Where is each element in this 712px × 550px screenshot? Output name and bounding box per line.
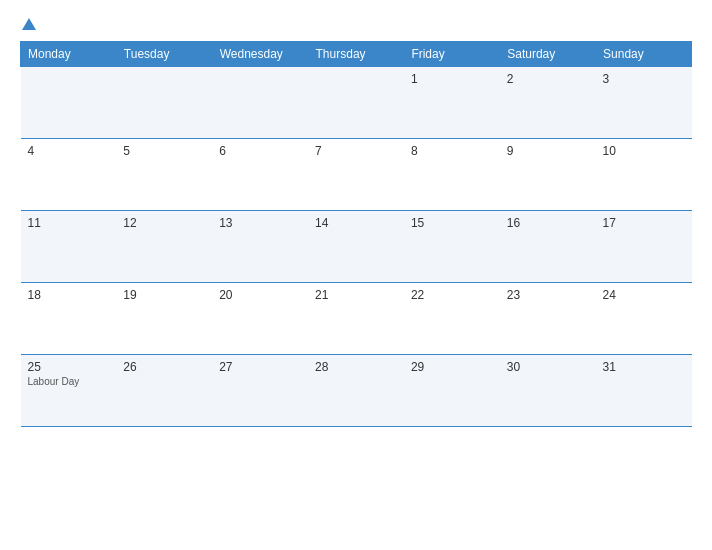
calendar-day-cell [308, 67, 404, 139]
day-number: 5 [123, 144, 205, 158]
weekday-header-thursday: Thursday [308, 42, 404, 67]
day-number: 10 [603, 144, 685, 158]
weekday-header-row: MondayTuesdayWednesdayThursdayFridaySatu… [21, 42, 692, 67]
calendar-day-cell: 16 [500, 211, 596, 283]
day-number: 24 [603, 288, 685, 302]
day-number: 20 [219, 288, 301, 302]
calendar-week-row: 18192021222324 [21, 283, 692, 355]
calendar-day-cell: 5 [116, 139, 212, 211]
calendar-day-cell: 19 [116, 283, 212, 355]
logo [20, 18, 36, 31]
calendar-day-cell: 18 [21, 283, 117, 355]
day-number: 28 [315, 360, 397, 374]
calendar-table: MondayTuesdayWednesdayThursdayFridaySatu… [20, 41, 692, 427]
calendar-week-row: 45678910 [21, 139, 692, 211]
day-number: 15 [411, 216, 493, 230]
calendar-day-cell: 30 [500, 355, 596, 427]
calendar-day-cell: 1 [404, 67, 500, 139]
day-number: 14 [315, 216, 397, 230]
logo-triangle-icon [22, 18, 36, 30]
day-number: 4 [28, 144, 110, 158]
day-number: 3 [603, 72, 685, 86]
calendar-day-cell [212, 67, 308, 139]
day-number: 13 [219, 216, 301, 230]
day-number: 16 [507, 216, 589, 230]
calendar-day-cell: 28 [308, 355, 404, 427]
weekday-header-friday: Friday [404, 42, 500, 67]
calendar-day-cell: 10 [596, 139, 692, 211]
calendar-day-cell: 12 [116, 211, 212, 283]
weekday-header-monday: Monday [21, 42, 117, 67]
calendar-day-cell: 6 [212, 139, 308, 211]
calendar-day-cell: 26 [116, 355, 212, 427]
calendar-day-cell [116, 67, 212, 139]
weekday-header-sunday: Sunday [596, 42, 692, 67]
calendar-day-cell: 14 [308, 211, 404, 283]
day-number: 6 [219, 144, 301, 158]
calendar-day-cell: 20 [212, 283, 308, 355]
calendar-day-cell: 2 [500, 67, 596, 139]
calendar-day-cell: 11 [21, 211, 117, 283]
day-number: 26 [123, 360, 205, 374]
calendar-day-cell [21, 67, 117, 139]
day-number: 22 [411, 288, 493, 302]
day-number: 23 [507, 288, 589, 302]
day-number: 27 [219, 360, 301, 374]
calendar-day-cell: 9 [500, 139, 596, 211]
header [20, 18, 692, 31]
calendar-week-row: 123 [21, 67, 692, 139]
calendar-day-cell: 17 [596, 211, 692, 283]
calendar-week-row: 11121314151617 [21, 211, 692, 283]
calendar-day-cell: 25Labour Day [21, 355, 117, 427]
day-number: 2 [507, 72, 589, 86]
day-number: 25 [28, 360, 110, 374]
day-number: 21 [315, 288, 397, 302]
calendar-day-cell: 13 [212, 211, 308, 283]
weekday-header-wednesday: Wednesday [212, 42, 308, 67]
calendar-day-cell: 4 [21, 139, 117, 211]
holiday-label: Labour Day [28, 376, 110, 387]
calendar-day-cell: 31 [596, 355, 692, 427]
calendar-page: MondayTuesdayWednesdayThursdayFridaySatu… [0, 0, 712, 550]
calendar-week-row: 25Labour Day262728293031 [21, 355, 692, 427]
calendar-day-cell: 22 [404, 283, 500, 355]
weekday-header-saturday: Saturday [500, 42, 596, 67]
day-number: 1 [411, 72, 493, 86]
calendar-day-cell: 15 [404, 211, 500, 283]
day-number: 17 [603, 216, 685, 230]
day-number: 9 [507, 144, 589, 158]
weekday-header-tuesday: Tuesday [116, 42, 212, 67]
calendar-day-cell: 7 [308, 139, 404, 211]
calendar-day-cell: 27 [212, 355, 308, 427]
day-number: 11 [28, 216, 110, 230]
day-number: 8 [411, 144, 493, 158]
calendar-day-cell: 29 [404, 355, 500, 427]
calendar-day-cell: 21 [308, 283, 404, 355]
day-number: 30 [507, 360, 589, 374]
day-number: 19 [123, 288, 205, 302]
calendar-day-cell: 23 [500, 283, 596, 355]
day-number: 7 [315, 144, 397, 158]
calendar-day-cell: 24 [596, 283, 692, 355]
calendar-day-cell: 8 [404, 139, 500, 211]
day-number: 29 [411, 360, 493, 374]
day-number: 31 [603, 360, 685, 374]
day-number: 12 [123, 216, 205, 230]
calendar-day-cell: 3 [596, 67, 692, 139]
day-number: 18 [28, 288, 110, 302]
